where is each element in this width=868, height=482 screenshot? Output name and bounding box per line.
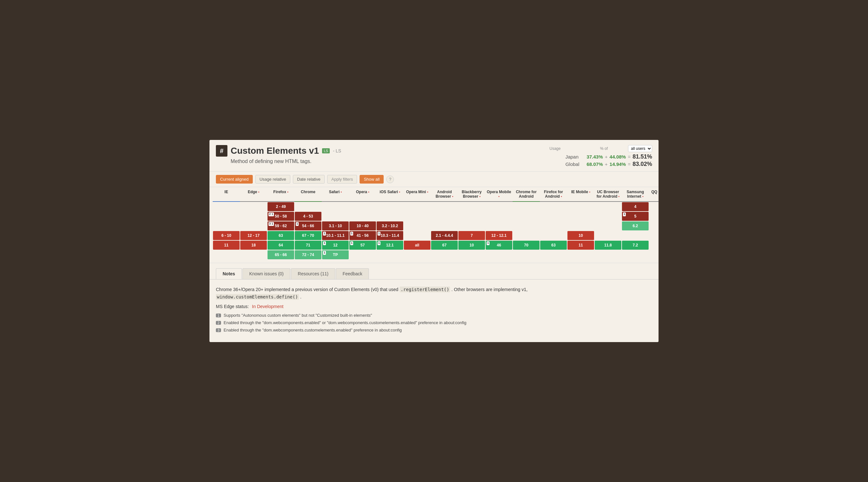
cell-ios-r5[interactable]: 112.1 — [377, 241, 403, 250]
cell-uc-r4[interactable] — [595, 231, 621, 240]
cell-iemob-r3[interactable] — [567, 221, 594, 231]
cell-bb-r2[interactable] — [458, 212, 485, 221]
cell-uc-r3[interactable] — [595, 221, 621, 231]
cell-firefox-r1[interactable]: 2 - 49 — [268, 202, 294, 211]
cell-samsung-r6[interactable] — [622, 250, 649, 259]
cell-android-r5[interactable]: 67 — [431, 241, 458, 250]
cell-ios-r6[interactable] — [377, 250, 403, 259]
cell-qq-r1[interactable] — [649, 202, 658, 211]
date-relative-btn[interactable]: Date relative — [293, 175, 324, 184]
cell-opmini-r1[interactable] — [404, 202, 431, 211]
cell-opera-r4[interactable]: 141 - 56 — [349, 231, 376, 240]
cell-opmini-r6[interactable] — [404, 250, 431, 259]
cell-ffandroid-r4[interactable] — [540, 231, 567, 240]
cell-qq-r3[interactable] — [649, 221, 658, 231]
cell-edge-r5[interactable]: 18 — [240, 241, 267, 250]
cell-safari-r6[interactable]: 1TP — [322, 250, 349, 259]
cell-ios-r4[interactable]: 110.3 - 11.4 — [377, 231, 403, 240]
cell-ios-r3[interactable]: 3.2 - 10.2 — [377, 221, 403, 231]
cell-ie-r6[interactable] — [213, 250, 240, 259]
cell-firefox-r4[interactable]: 63 — [268, 231, 294, 240]
cell-ffandroid-r6[interactable] — [540, 250, 567, 259]
cell-ios-r1[interactable] — [377, 202, 403, 211]
cell-opmob-r3[interactable] — [486, 221, 512, 231]
cell-bb-r1[interactable] — [458, 202, 485, 211]
cell-firefox-r2[interactable]: 2 150 - 58 — [268, 212, 294, 221]
tab-notes[interactable]: Notes — [216, 268, 242, 279]
cell-chrome-r4[interactable]: 67 - 70 — [295, 231, 321, 240]
cell-ie-r5[interactable]: 11 — [213, 241, 240, 250]
cell-chrome-r1[interactable] — [295, 202, 321, 211]
cell-chrandroid-r6[interactable] — [513, 250, 539, 259]
cell-chrandroid-r5[interactable]: 70 — [513, 241, 539, 250]
cell-bb-r4[interactable]: 7 — [458, 231, 485, 240]
tab-resources[interactable]: Resources (11) — [291, 268, 335, 279]
cell-iemob-r1[interactable] — [567, 202, 594, 211]
cell-firefox-r3[interactable]: 3 159 - 62 — [268, 221, 294, 231]
cell-edge-r2[interactable] — [240, 212, 267, 221]
cell-uc-r1[interactable] — [595, 202, 621, 211]
cell-chrome-r5[interactable]: 71 — [295, 241, 321, 250]
cell-uc-r6[interactable] — [595, 250, 621, 259]
cell-safari-r2[interactable] — [322, 212, 349, 221]
cell-android-r1[interactable] — [431, 202, 458, 211]
cell-ffandroid-r2[interactable] — [540, 212, 567, 221]
cell-qq-r4[interactable] — [649, 231, 658, 240]
cell-safari-r4[interactable]: 110.1 - 11.1 — [322, 231, 349, 240]
cell-iemob-r5[interactable]: 11 — [567, 241, 594, 250]
cell-opera-r6[interactable] — [349, 250, 376, 259]
cell-opera-r3[interactable]: 10 - 40 — [349, 221, 376, 231]
cell-samsung-r1[interactable]: 4 — [622, 202, 649, 211]
cell-opera-r2[interactable] — [349, 212, 376, 221]
current-aligned-btn[interactable]: Current aligned — [216, 175, 253, 184]
cell-iemob-r4[interactable]: 10 — [567, 231, 594, 240]
all-users-select[interactable]: all users — [628, 145, 652, 152]
cell-safari-r3[interactable]: 3.1 - 10 — [322, 221, 349, 231]
cell-chrandroid-r4[interactable] — [513, 231, 539, 240]
cell-edge-r4[interactable]: 12 - 17 — [240, 231, 267, 240]
cell-opmob-r5[interactable]: 146 — [486, 241, 512, 250]
cell-ffandroid-r3[interactable] — [540, 221, 567, 231]
cell-opmini-r2[interactable] — [404, 212, 431, 221]
cell-chrome-r3[interactable]: 154 - 66 — [295, 221, 321, 231]
cell-chrome-r2[interactable]: 4 - 53 — [295, 212, 321, 221]
cell-android-r3[interactable] — [431, 221, 458, 231]
cell-opmini-r5[interactable]: all — [404, 241, 431, 250]
cell-iemob-r6[interactable] — [567, 250, 594, 259]
cell-samsung-r3[interactable]: 6.2 — [622, 221, 649, 231]
apply-filters-btn[interactable]: Apply filters — [327, 175, 357, 184]
cell-samsung-r4[interactable] — [622, 231, 649, 240]
cell-opmob-r1[interactable] — [486, 202, 512, 211]
cell-chrandroid-r3[interactable] — [513, 221, 539, 231]
cell-bb-r5[interactable]: 10 — [458, 241, 485, 250]
cell-safari-r1[interactable] — [322, 202, 349, 211]
cell-ie-r2[interactable] — [213, 212, 240, 221]
cell-android-r2[interactable] — [431, 212, 458, 221]
cell-opmini-r4[interactable] — [404, 231, 431, 240]
cell-bb-r6[interactable] — [458, 250, 485, 259]
cell-samsung-r2[interactable]: 15 — [622, 212, 649, 221]
cell-uc-r5[interactable]: 11.8 — [595, 241, 621, 250]
cell-iemob-r2[interactable] — [567, 212, 594, 221]
cell-bb-r3[interactable] — [458, 221, 485, 231]
cell-samsung-r5[interactable]: 7.2 — [622, 241, 649, 250]
cell-chrandroid-r2[interactable] — [513, 212, 539, 221]
cell-opmini-r3[interactable] — [404, 221, 431, 231]
cell-opera-r1[interactable] — [349, 202, 376, 211]
cell-android-r6[interactable] — [431, 250, 458, 259]
cell-ios-r2[interactable] — [377, 212, 403, 221]
cell-ie-r1[interactable] — [213, 202, 240, 211]
cell-ffandroid-r1[interactable] — [540, 202, 567, 211]
cell-opmob-r2[interactable] — [486, 212, 512, 221]
cell-uc-r2[interactable] — [595, 212, 621, 221]
cell-qq-r5[interactable] — [649, 241, 658, 250]
cell-android-r4[interactable]: 2.1 - 4.4.4 — [431, 231, 458, 240]
cell-edge-r3[interactable] — [240, 221, 267, 231]
cell-firefox-r6[interactable]: 65 - 66 — [268, 250, 294, 259]
cell-safari-r5[interactable]: 112 — [322, 241, 349, 250]
cell-ie-r3[interactable] — [213, 221, 240, 231]
cell-firefox-r5[interactable]: 64 — [268, 241, 294, 250]
cell-opmob-r4[interactable]: 12 - 12.1 — [486, 231, 512, 240]
cell-ie-r4[interactable]: 6 - 10 — [213, 231, 240, 240]
cell-opmob-r6[interactable] — [486, 250, 512, 259]
